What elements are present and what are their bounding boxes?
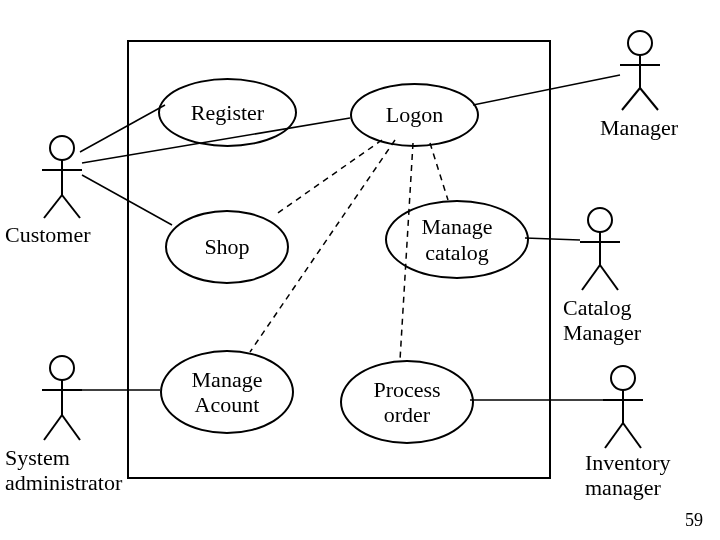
usecase-shop: Shop	[165, 210, 289, 284]
svg-point-10	[628, 31, 652, 55]
svg-line-13	[622, 88, 640, 110]
usecase-process-order-label: Process order	[373, 377, 440, 428]
usecase-register: Register	[158, 78, 297, 147]
svg-line-24	[623, 423, 641, 448]
svg-line-8	[44, 415, 62, 440]
svg-point-15	[588, 208, 612, 232]
actor-customer-icon	[42, 136, 82, 218]
actor-catalog-manager-icon	[580, 208, 620, 290]
usecase-shop-label: Shop	[204, 234, 249, 259]
svg-point-0	[50, 136, 74, 160]
svg-point-20	[611, 366, 635, 390]
page-number: 59	[685, 510, 703, 531]
usecase-manage-catalog: Manage catalog	[385, 200, 529, 279]
use-case-diagram: Register Logon Shop Manage catalog Manag…	[0, 0, 720, 540]
svg-line-19	[600, 265, 618, 290]
actor-system-admin-icon	[42, 356, 82, 440]
svg-line-3	[44, 195, 62, 218]
actor-system-admin-label: System administrator	[5, 445, 122, 496]
usecase-logon: Logon	[350, 83, 479, 147]
svg-line-14	[640, 88, 658, 110]
usecase-logon-label: Logon	[386, 102, 443, 127]
actor-customer-label: Customer	[5, 222, 91, 247]
usecase-process-order: Process order	[340, 360, 474, 444]
svg-point-5	[50, 356, 74, 380]
svg-line-9	[62, 415, 80, 440]
svg-line-23	[605, 423, 623, 448]
actor-catalog-manager-label: Catalog Manager	[563, 295, 641, 346]
usecase-manage-catalog-label: Manage catalog	[422, 214, 493, 265]
actor-inventory-manager-icon	[603, 366, 643, 448]
svg-line-18	[582, 265, 600, 290]
usecase-manage-account-label: Manage Acount	[192, 367, 263, 418]
actor-manager-icon	[620, 31, 660, 110]
usecase-register-label: Register	[191, 100, 264, 125]
usecase-manage-account: Manage Acount	[160, 350, 294, 434]
svg-line-4	[62, 195, 80, 218]
actor-manager-label: Manager	[600, 115, 678, 140]
actor-inventory-manager-label: Inventory manager	[585, 450, 671, 501]
